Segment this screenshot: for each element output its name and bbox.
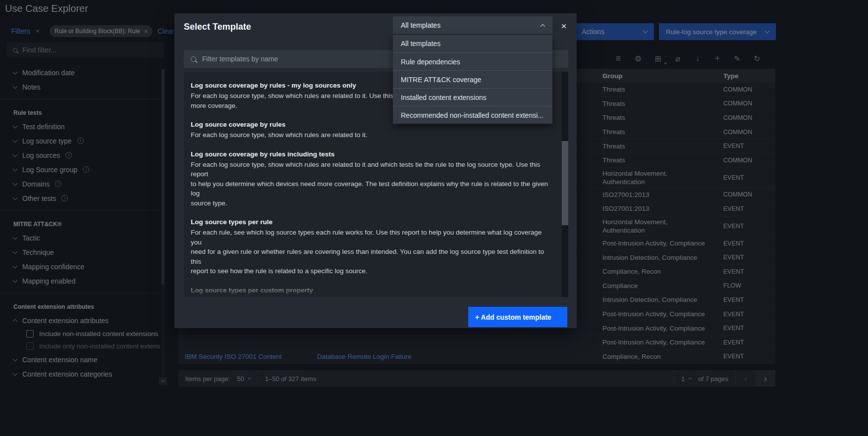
template-name: Log source types per rule <box>191 218 551 226</box>
template-name: Log source types per custom property <box>191 287 551 294</box>
use-case-explorer-app: Use Case Explorer Filters × Rule or Buil… <box>0 0 868 436</box>
add-custom-template-button[interactable]: + Add custom template <box>468 307 567 327</box>
template-list-scrollbar-thumb[interactable] <box>562 141 568 225</box>
template-description: For each log source type, show which rul… <box>191 130 551 140</box>
template-item[interactable]: Log source types per custom property For… <box>191 287 551 297</box>
dropdown-option[interactable]: Rule dependencies <box>393 52 552 70</box>
template-item[interactable]: Log source types per rule For each rule,… <box>191 218 551 276</box>
template-description: For each custom property referenced by a… <box>191 296 551 297</box>
template-description: For each log source type, show which rul… <box>191 160 551 208</box>
chevron-up-icon <box>541 24 545 29</box>
dropdown-option[interactable]: All templates <box>393 35 552 52</box>
close-icon[interactable]: × <box>555 17 573 35</box>
template-item[interactable]: Log source coverage by rules including t… <box>191 150 551 208</box>
search-icon <box>191 56 196 62</box>
modal-title: Select Template <box>184 22 251 32</box>
template-filter-dropdown-menu: All templatesRule dependenciesMITRE ATT&… <box>393 35 552 124</box>
dropdown-option[interactable]: MITRE ATT&CK coverage <box>393 70 552 88</box>
dropdown-selected-value: All templates <box>401 21 440 29</box>
dropdown-option[interactable]: Recommended non-installed content extens… <box>393 106 552 124</box>
select-template-modal: Select Template × Log source coverage by… <box>174 13 577 328</box>
dropdown-option[interactable]: Installed content extensions <box>393 88 552 106</box>
template-description: For each rule, see which log source type… <box>191 228 551 276</box>
template-list-scrollbar[interactable] <box>562 72 568 297</box>
template-name: Log source coverage by rules including t… <box>191 150 551 158</box>
template-filter-dropdown[interactable]: All templates <box>393 16 552 35</box>
